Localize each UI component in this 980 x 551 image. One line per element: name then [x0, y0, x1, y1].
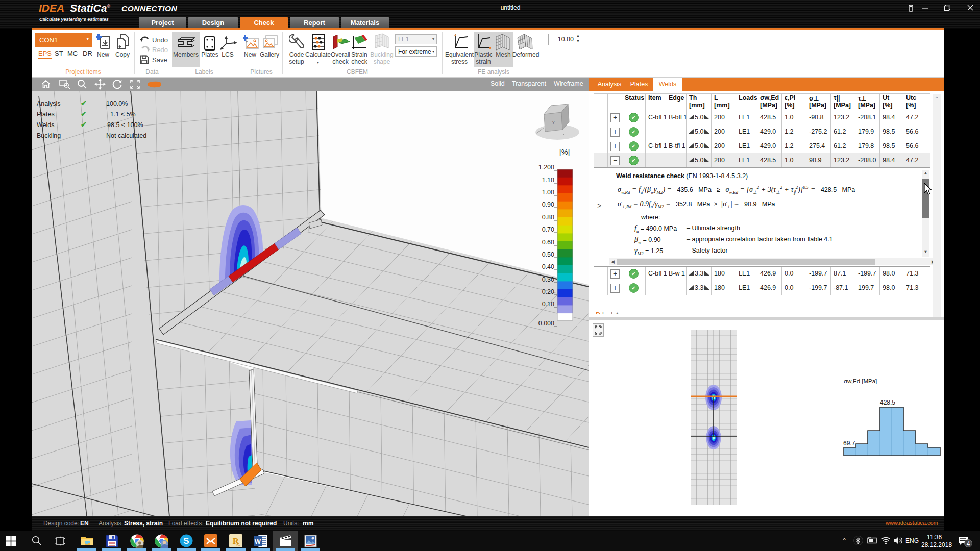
- svg-text:0.70: 0.70: [542, 226, 554, 233]
- svg-text:4: 4: [967, 540, 970, 547]
- svg-text:0.80: 0.80: [542, 214, 554, 221]
- svg-text:0.20: 0.20: [542, 288, 554, 295]
- svg-text:Doc: Doc: [237, 544, 241, 547]
- svg-text:1.10: 1.10: [542, 177, 554, 184]
- svg-text:0.000: 0.000: [538, 320, 554, 327]
- svg-text:W: W: [255, 538, 261, 545]
- svg-text:69.7: 69.7: [843, 440, 855, 447]
- svg-text:[%]: [%]: [559, 148, 570, 156]
- svg-text:0.90: 0.90: [542, 201, 554, 208]
- svg-text:428.5: 428.5: [880, 399, 895, 406]
- svg-text:σw,Ed [MPa]: σw,Ed [MPa]: [844, 378, 877, 384]
- svg-text:1.200: 1.200: [538, 164, 554, 171]
- svg-text:0.40: 0.40: [542, 263, 554, 270]
- svg-text:0.30: 0.30: [542, 276, 554, 283]
- svg-text:Y: Y: [552, 121, 555, 124]
- svg-text:0.10: 0.10: [542, 300, 554, 308]
- svg-text:0.60: 0.60: [542, 239, 554, 246]
- svg-text:S: S: [183, 536, 189, 546]
- svg-text:1.00: 1.00: [542, 189, 554, 196]
- svg-text:0.50: 0.50: [542, 251, 554, 258]
